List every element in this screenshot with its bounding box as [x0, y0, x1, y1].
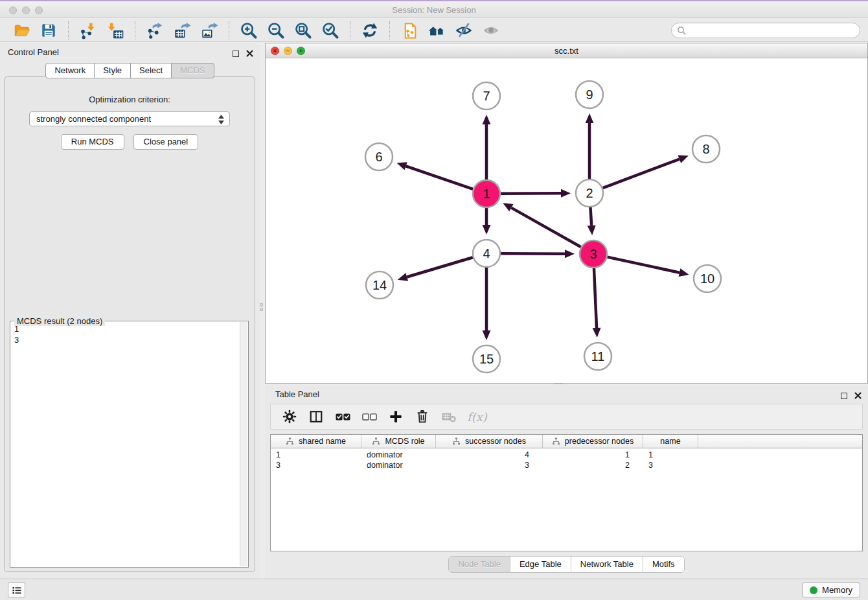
tab-network-table[interactable]: Network Table	[571, 557, 643, 572]
table-tabs: Node TableEdge TableNetwork TableMotifs	[448, 556, 684, 573]
edge-2-3[interactable]	[588, 207, 596, 235]
unselect-all-columns-icon[interactable]	[361, 408, 378, 425]
node-7[interactable]: 7	[473, 82, 500, 110]
edge-1-6[interactable]	[396, 162, 473, 189]
edge-4-3[interactable]	[501, 249, 575, 258]
table-options-icon[interactable]	[281, 408, 298, 425]
cell-name[interactable]: 1	[643, 450, 698, 461]
column-header-mcds-role[interactable]: MCDS role	[361, 435, 436, 448]
column-header-label: successor nodes	[465, 437, 526, 446]
memory-button[interactable]: Memory	[802, 583, 860, 597]
network-window-titlebar[interactable]: × − + scc.txt	[266, 43, 867, 58]
show-column-icon[interactable]	[308, 408, 325, 425]
network-graph: 7968124314101511	[266, 59, 867, 384]
table-row[interactable]: 3dominator323	[271, 461, 862, 471]
hierarchy-icon	[452, 437, 461, 445]
float-table-panel-icon[interactable]	[841, 393, 847, 399]
zoom-selected-icon[interactable]	[321, 21, 340, 40]
tab-mcds[interactable]: MCDS	[171, 63, 214, 78]
edge-1-7[interactable]	[483, 115, 491, 179]
task-history-button[interactable]	[8, 583, 25, 597]
first-neighbors-icon[interactable]	[427, 21, 446, 40]
edge-3-11[interactable]	[593, 268, 601, 338]
export-network-icon[interactable]	[145, 21, 165, 40]
window-title: Session: New Session	[0, 5, 868, 15]
show-all-icon[interactable]	[481, 21, 501, 40]
add-column-icon[interactable]	[387, 408, 404, 425]
node-1[interactable]: 1	[473, 180, 500, 207]
column-header-shared-name[interactable]: shared name	[271, 435, 361, 448]
cell-predecessor-nodes[interactable]: 2	[543, 461, 643, 471]
node-9[interactable]: 9	[576, 81, 603, 108]
mcds-result-line: 1	[14, 323, 238, 334]
node-table-header: shared nameMCDS rolesuccessor nodesprede…	[271, 435, 862, 448]
node-label: 8	[702, 142, 709, 156]
tab-style[interactable]: Style	[94, 63, 131, 78]
column-header-name[interactable]: name	[643, 435, 698, 448]
column-header-predecessor-nodes[interactable]: predecessor nodes	[543, 435, 643, 448]
node-4[interactable]: 4	[473, 240, 500, 267]
node-table[interactable]: shared nameMCDS rolesuccessor nodesprede…	[270, 434, 863, 551]
select-all-columns-icon[interactable]	[334, 408, 351, 425]
edge-3-10[interactable]	[608, 257, 689, 277]
edge-1-4[interactable]	[483, 208, 491, 235]
hide-selected-icon[interactable]	[454, 21, 474, 40]
close-table-panel-icon[interactable]	[854, 390, 862, 402]
table-row[interactable]: 1dominator411	[271, 450, 862, 461]
node-3[interactable]: 3	[580, 240, 607, 268]
edge-2-8[interactable]	[603, 155, 689, 188]
tab-select[interactable]: Select	[130, 63, 172, 78]
edge-4-15[interactable]	[483, 268, 491, 340]
zoom-in-icon[interactable]	[239, 21, 258, 40]
node-label: 2	[586, 186, 593, 200]
cell-successor-nodes[interactable]: 4	[436, 450, 543, 461]
tab-node-table[interactable]: Node Table	[449, 557, 510, 572]
run-mcds-button[interactable]: Run MCDS	[61, 134, 124, 150]
optimization-criterion-select[interactable]: strongly connected component	[29, 111, 230, 126]
save-session-icon[interactable]	[39, 21, 58, 40]
import-table-icon[interactable]	[106, 21, 125, 40]
result-scrollbar[interactable]	[240, 322, 247, 566]
close-panel-button[interactable]: Close panel	[133, 134, 199, 150]
column-header-successor-nodes[interactable]: successor nodes	[436, 435, 543, 448]
tab-motifs[interactable]: Motifs	[643, 557, 684, 572]
export-image-icon[interactable]	[200, 21, 219, 40]
float-panel-icon[interactable]	[233, 51, 239, 57]
table-panel: Table Panel f(x) shar	[265, 385, 868, 579]
node-label: 15	[479, 352, 494, 366]
optimization-criterion-value: strongly connected component	[36, 114, 151, 124]
tab-network[interactable]: Network	[45, 63, 95, 78]
optimization-criterion-label: Optimization criterion:	[5, 95, 255, 104]
edge-2-9[interactable]	[586, 113, 594, 179]
node-2[interactable]: 2	[576, 179, 603, 207]
cell-predecessor-nodes[interactable]: 1	[543, 450, 643, 461]
zoom-out-icon[interactable]	[266, 21, 286, 40]
apply-preferred-layout-icon[interactable]	[360, 21, 380, 40]
node-8[interactable]: 8	[692, 135, 720, 163]
open-session-icon[interactable]	[12, 21, 31, 40]
import-network-icon[interactable]	[78, 21, 98, 40]
node-6[interactable]: 6	[365, 143, 393, 170]
zoom-fit-icon[interactable]	[293, 21, 313, 40]
node-10[interactable]: 10	[694, 265, 721, 292]
cell-shared-name[interactable]: 1	[271, 450, 361, 461]
node-14[interactable]: 14	[366, 271, 393, 299]
edge-3-1[interactable]	[503, 203, 581, 247]
cell-mcds-role[interactable]: dominator	[361, 450, 436, 461]
node-11[interactable]: 11	[584, 343, 611, 370]
cell-shared-name[interactable]: 3	[271, 461, 361, 471]
delete-column-icon[interactable]	[414, 408, 431, 425]
edge-4-14[interactable]	[398, 257, 473, 281]
cell-mcds-role[interactable]: dominator	[361, 461, 436, 471]
close-panel-icon[interactable]	[246, 48, 253, 60]
tab-edge-table[interactable]: Edge Table	[510, 557, 571, 572]
cell-name[interactable]: 3	[643, 461, 698, 471]
network-canvas[interactable]: 7968124314101511	[266, 59, 867, 383]
edge-1-2[interactable]	[501, 189, 571, 198]
cell-successor-nodes[interactable]: 3	[436, 461, 543, 471]
node-15[interactable]: 15	[473, 345, 500, 373]
network-overview-icon[interactable]	[400, 21, 419, 40]
search-input[interactable]	[671, 23, 860, 38]
export-table-icon[interactable]	[172, 21, 192, 40]
vertical-splitter-grip[interactable]	[258, 300, 264, 314]
